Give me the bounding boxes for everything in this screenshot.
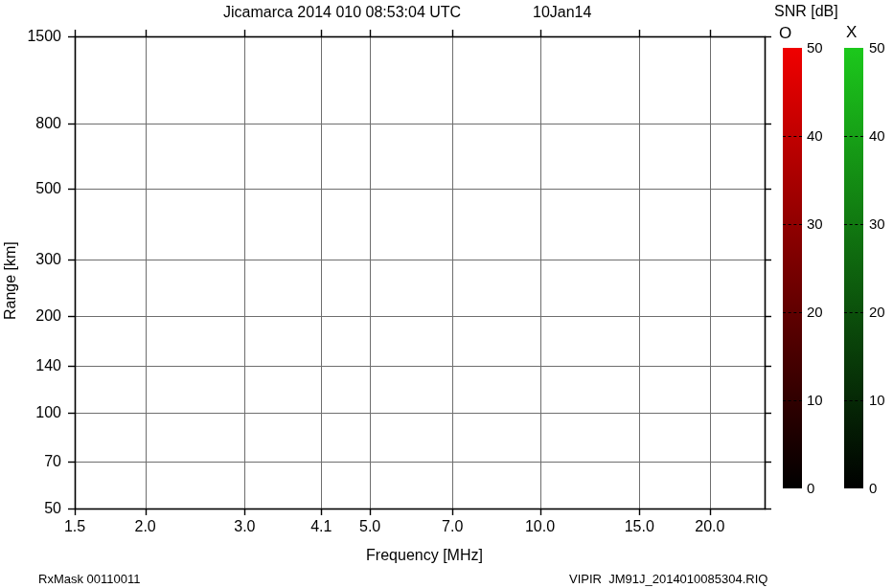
colorbar-tick-mark xyxy=(844,224,863,225)
x-tick-label: 10.0 xyxy=(514,518,567,535)
colorbar-tick-label: 40 xyxy=(869,127,893,145)
colorbar-tick-mark xyxy=(783,312,802,313)
colorbar-tick-label: 50 xyxy=(869,39,893,57)
colorbar-tick-label: 10 xyxy=(869,392,893,409)
page-title: Jicamarca 2014 010 08:53:04 UTC xyxy=(223,4,461,21)
colorbar-tick-label: 30 xyxy=(869,215,893,233)
y-tick-label: 1500 xyxy=(0,28,61,45)
x-tick-label: 5.0 xyxy=(343,518,397,535)
footer-filename: VIPIR JM91J_2014010085304.RIQ xyxy=(569,572,767,586)
y-tick-label: 70 xyxy=(0,453,61,470)
colorbar-tick-label: 10 xyxy=(807,392,839,409)
ionogram-plot-canvas xyxy=(0,0,893,588)
page-date: 10Jan14 xyxy=(533,4,591,21)
x-tick-label: 15.0 xyxy=(612,518,666,535)
y-tick-label: 300 xyxy=(0,251,61,268)
x-tick-label: 4.1 xyxy=(294,518,348,535)
x-tick-label: 7.0 xyxy=(425,518,479,535)
x-tick-label: 1.5 xyxy=(48,518,102,535)
colorbar-o-gradient xyxy=(783,48,802,488)
colorbar-tick-label: 30 xyxy=(807,215,839,233)
colorbar-tick-label: 50 xyxy=(807,39,839,57)
colorbar-tick-mark xyxy=(783,400,802,401)
y-tick-label: 140 xyxy=(0,357,61,374)
x-axis-title: Frequency [MHz] xyxy=(353,547,496,564)
y-tick-label: 200 xyxy=(0,307,61,325)
y-tick-label: 100 xyxy=(0,404,61,421)
x-tick-label: 3.0 xyxy=(218,518,271,535)
colorbar-tick-label: 40 xyxy=(807,127,839,145)
footer-rxmask: RxMask 00110011 xyxy=(38,572,140,586)
colorbar-x-gradient xyxy=(844,48,863,488)
colorbar-tick-mark xyxy=(783,136,802,137)
colorbar-tick-label: 0 xyxy=(807,480,839,497)
x-tick-label: 2.0 xyxy=(119,518,172,535)
y-tick-label: 800 xyxy=(0,115,61,132)
colorbar-tick-mark xyxy=(844,136,863,137)
y-tick-label: 50 xyxy=(0,500,61,517)
ionogram-page: Jicamarca 2014 010 08:53:04 UTC 10Jan14 … xyxy=(0,0,893,588)
colorbar-tick-mark xyxy=(844,312,863,313)
colorbar-x-mode-label: X xyxy=(846,24,857,41)
colorbar-tick-label: 20 xyxy=(869,304,893,321)
colorbar-tick-mark xyxy=(844,400,863,401)
colorbar-title: SNR [dB] xyxy=(774,3,838,20)
colorbar-tick-label: 0 xyxy=(869,480,893,497)
x-tick-label: 20.0 xyxy=(683,518,737,535)
colorbar-tick-label: 20 xyxy=(807,304,839,321)
colorbar-tick-mark xyxy=(783,224,802,225)
y-tick-label: 500 xyxy=(0,180,61,197)
colorbar-o-mode-label: O xyxy=(779,25,791,42)
